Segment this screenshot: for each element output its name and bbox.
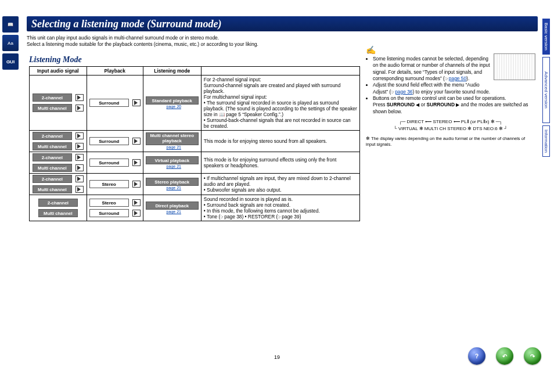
th-input: Input audio signal: [30, 67, 87, 75]
th-playback: Playback: [87, 67, 143, 75]
pill-multi: Multi channel: [33, 104, 72, 112]
pill-2ch: 2-channel: [33, 93, 72, 102]
table-row: 2-channel Multi channel Surround Multi c…: [30, 131, 360, 152]
notes-column: Some listening modes cannot be selected,…: [366, 53, 535, 148]
page-ref[interactable]: page 21: [167, 210, 181, 214]
page-ref[interactable]: page 21: [167, 164, 181, 168]
pill-2ch: 2-channel: [33, 153, 72, 161]
arrow-icon: [75, 132, 84, 139]
arrow-icon: [75, 105, 84, 112]
tab-information[interactable]: Information: [542, 125, 550, 157]
pill-multi: Multi channel: [38, 209, 78, 217]
pill-surround: Surround: [89, 159, 129, 167]
help-button[interactable]: ?: [468, 347, 485, 365]
aa-icon[interactable]: Aa: [2, 35, 19, 51]
desc-cell: This mode is for enjoying stereo sound f…: [201, 131, 359, 152]
forward-button[interactable]: ↷: [524, 347, 541, 365]
page-ref[interactable]: page 50: [449, 75, 466, 81]
gui-icon[interactable]: GUI: [2, 53, 19, 70]
remote-illustration: [494, 53, 535, 80]
page-ref[interactable]: page 21: [167, 186, 181, 190]
tab-advanced[interactable]: Advanced version: [542, 57, 550, 123]
arrow-icon: [75, 154, 84, 161]
pill-surround: Surround: [89, 99, 129, 107]
arrow-icon: [132, 181, 141, 188]
table-row: 2-channel Multi channel Stereo Surround …: [30, 195, 360, 221]
back-button[interactable]: ↶: [496, 347, 513, 365]
intro-line: Select a listening mode suitable for the…: [27, 41, 258, 47]
footnote: ✻ The display varies depending on the au…: [366, 136, 535, 148]
table-row: 2-channel Multi channel Surround Virtual…: [30, 152, 360, 174]
arrow-icon: [132, 199, 141, 206]
intro-line: This unit can play input audio signals i…: [27, 35, 219, 41]
book-icon[interactable]: 📖: [2, 16, 19, 33]
arrow-icon: [75, 164, 84, 171]
th-mode: Listening mode: [143, 67, 201, 75]
arrow-icon: [132, 210, 141, 217]
arrow-icon: [75, 186, 84, 193]
pill-stereo: Stereo: [89, 199, 129, 207]
note-item: Buttons on the remote control unit can b…: [373, 95, 535, 115]
arrow-icon: [132, 159, 141, 166]
pill-multi: Multi channel: [33, 185, 72, 193]
desc-cell: Sound recorded in source is played as is…: [201, 195, 359, 221]
note-item: Adjust the sound field effect with the m…: [373, 82, 535, 95]
intro-text: This unit can play input audio signals i…: [27, 35, 538, 48]
desc-cell: This mode is for enjoying surround effec…: [201, 152, 359, 174]
mode-cycle-diagram: ┌─ DIRECT ⟵ STEREO ⟵ PLⅡ (or PLⅡx) ✻ ─┐ …: [366, 118, 535, 132]
arrow-icon: [132, 99, 141, 106]
page-ref[interactable]: page 36: [395, 89, 412, 95]
pill-2ch: 2-channel: [38, 199, 78, 207]
tab-basic[interactable]: Basic version: [542, 19, 550, 55]
desc-cell: • If multichannel signals are input, the…: [201, 174, 359, 195]
arrow-icon: [75, 175, 84, 182]
pill-mode: Virtual playback: [146, 156, 199, 164]
table-row: 2-channel Multi channel Stereo Stereo pl…: [30, 174, 360, 195]
pill-mode: Multi channel stereo playback: [146, 132, 199, 145]
pill-surround: Surround: [89, 209, 129, 217]
pill-2ch: 2-channel: [33, 175, 72, 183]
page-ref[interactable]: page 20: [167, 105, 181, 109]
arrow-icon: [75, 94, 84, 101]
pill-multi: Multi channel: [33, 142, 72, 150]
right-tabs: Basic version Advanced version Informati…: [542, 19, 553, 159]
pill-mode: Direct playback: [146, 202, 199, 210]
pill-stereo: Stereo: [89, 180, 129, 188]
arrow-icon: [75, 143, 84, 150]
arrow-icon: [132, 138, 141, 145]
listening-mode-table: Input audio signal Playback Listening mo…: [29, 66, 360, 221]
pill-mode: Standard playback: [146, 96, 199, 105]
page-title: Selecting a listening mode (Surround mod…: [27, 16, 538, 31]
pill-2ch: 2-channel: [33, 132, 72, 140]
desc-cell: For 2-channel signal input: Surround-cha…: [201, 75, 359, 131]
pill-surround: Surround: [89, 137, 129, 145]
pill-multi: Multi channel: [33, 164, 72, 172]
page-ref[interactable]: page 21: [167, 145, 181, 149]
footer-buttons: ? ↶ ↷: [468, 347, 541, 365]
left-icon-rail: 📖 Aa GUI: [2, 14, 21, 72]
section-heading: Listening Mode: [29, 56, 82, 64]
pill-mode: Stereo playback: [146, 178, 199, 186]
th-desc: [201, 67, 359, 75]
table-row: 2-channel Multi channel Surround Standar…: [30, 75, 360, 131]
